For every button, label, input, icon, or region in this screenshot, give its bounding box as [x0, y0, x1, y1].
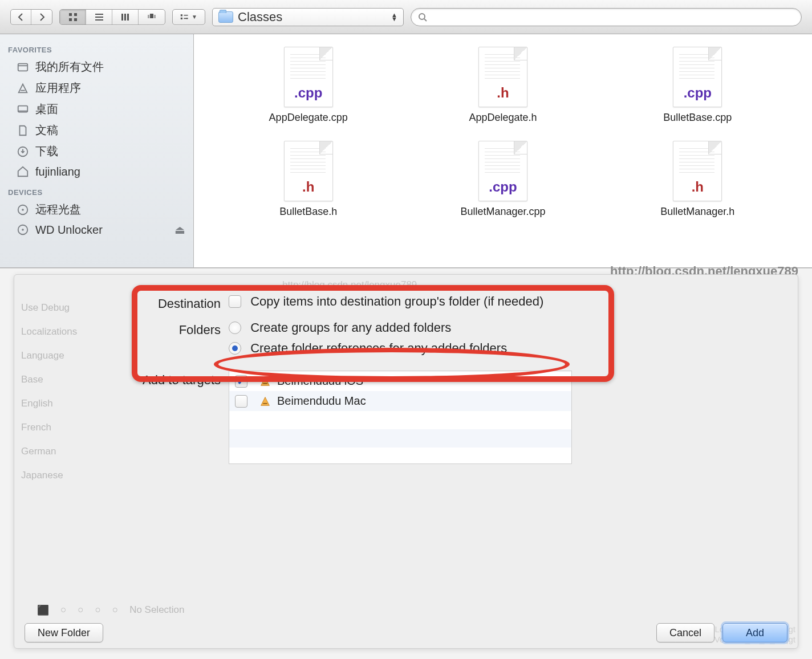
svg-rect-2 [69, 18, 72, 21]
eject-icon[interactable]: ⏏ [174, 223, 185, 237]
sidebar-item-downloads[interactable]: 下载 [0, 141, 193, 162]
search-field[interactable] [411, 8, 802, 26]
svg-point-17 [22, 209, 24, 211]
xcode-icon [259, 395, 271, 408]
ghost-toolbar: ⬛○○○○ No Selection [37, 604, 185, 616]
sidebar-section-favorites: FAVORITES [0, 39, 193, 56]
options: Destination Copy items into destination … [128, 294, 775, 473]
file-item[interactable]: .cpp BulletBase.cpp [663, 47, 732, 124]
sidebar-item-remotedisc[interactable]: 远程光盘 [0, 199, 193, 220]
disc-icon [16, 203, 30, 217]
file-icon: .cpp [284, 47, 333, 107]
svg-rect-7 [150, 14, 153, 18]
svg-rect-11 [181, 17, 182, 19]
view-icon-button[interactable] [60, 10, 86, 25]
documents-icon [16, 124, 30, 137]
file-ext-badge: .h [285, 179, 332, 195]
add-button[interactable]: Add [722, 623, 787, 642]
file-icon: .h [478, 47, 527, 107]
file-ext-badge: .cpp [673, 85, 721, 101]
file-item[interactable]: .h BulletManager.h [660, 141, 734, 218]
forward-button[interactable] [31, 10, 52, 25]
file-name: BulletManager.h [660, 206, 734, 218]
apps-icon [16, 82, 30, 95]
toolbar: ▼ Classes ▲▼ [0, 0, 812, 34]
file-ext-badge: .h [673, 179, 721, 195]
svg-point-19 [22, 229, 24, 231]
view-coverflow-button[interactable] [139, 10, 165, 25]
target-checkbox[interactable] [235, 375, 247, 388]
file-ext-badge: .cpp [479, 179, 527, 195]
svg-rect-4 [121, 14, 123, 21]
path-label: Classes [238, 10, 282, 25]
sidebar-item-label: 文稿 [35, 123, 58, 138]
nav-back-forward [10, 9, 52, 25]
sidebar-item-label: fujinliang [35, 165, 80, 178]
cancel-button[interactable]: Cancel [656, 623, 714, 642]
svg-rect-5 [124, 14, 126, 21]
destination-label: Destination [128, 294, 229, 311]
new-folder-button[interactable]: New Folder [25, 623, 103, 642]
file-name: BulletManager.cpp [460, 206, 545, 218]
file-item[interactable]: .cpp BulletManager.cpp [460, 141, 545, 218]
file-item[interactable]: .h AppDelegate.h [469, 47, 537, 124]
arrange-button[interactable]: ▼ [173, 10, 205, 25]
svg-point-12 [419, 14, 425, 19]
sidebar-item-documents[interactable]: 文稿 [0, 120, 193, 141]
folders-label: Folders [128, 320, 229, 337]
sidebar-item-apps[interactable]: 应用程序 [0, 78, 193, 99]
target-row[interactable]: Beimendudu iOS [229, 371, 571, 391]
view-list-button[interactable] [86, 10, 112, 25]
file-ext-badge: .cpp [285, 85, 332, 101]
sidebar-item-desktop[interactable]: 桌面 [0, 99, 193, 120]
sidebar-item-label: 桌面 [35, 101, 58, 117]
button-bar: New Folder Cancel Add [25, 623, 787, 642]
targets-list: Beimendudu iOS Beimendudu Mac [229, 371, 572, 464]
radio-create-refs[interactable] [229, 342, 241, 355]
view-mode-group [59, 9, 165, 25]
file-name: AppDelegate.cpp [269, 112, 348, 124]
home-icon [16, 165, 30, 178]
updown-icon: ▲▼ [391, 13, 397, 21]
sidebar-item-label: 远程光盘 [35, 202, 81, 217]
file-item[interactable]: .h BulletBase.h [279, 141, 337, 218]
sidebar-item-home[interactable]: fujinliang [0, 162, 193, 181]
targets-label: Add to targets [128, 371, 229, 388]
file-ext-badge: .h [479, 85, 527, 101]
sidebar: FAVORITES 我的所有文件 应用程序 桌面 文稿 下载 fujinlian… [0, 34, 194, 267]
sidebar-item-wdunlocker[interactable]: WD Unlocker ⏏ [0, 220, 193, 239]
copy-items-label: Copy items into destination group's fold… [250, 294, 543, 308]
copy-items-checkbox[interactable] [229, 295, 241, 308]
arrange-group: ▼ [172, 9, 205, 25]
view-columns-button[interactable] [112, 10, 139, 25]
file-icon: .cpp [673, 47, 722, 107]
ghost-background: Use DebugLocalizationsLanguageBaseEnglis… [21, 302, 77, 481]
target-checkbox[interactable] [235, 395, 247, 408]
search-input[interactable] [432, 12, 794, 22]
file-icon: .h [673, 141, 722, 201]
all-files-icon [16, 60, 30, 74]
file-name: AppDelegate.h [469, 112, 537, 124]
svg-rect-9 [154, 15, 156, 18]
file-grid: .cpp AppDelegate.cpp .h AppDelegate.h .c… [194, 34, 812, 267]
xcode-icon [259, 375, 271, 388]
target-name: Beimendudu Mac [277, 394, 366, 408]
sidebar-item-label: 应用程序 [35, 80, 81, 96]
svg-rect-3 [74, 18, 77, 21]
sheet-panel: http://blog.csdn.net/lengxue789 Use Debu… [14, 274, 798, 649]
radio-create-groups[interactable] [229, 322, 241, 334]
sidebar-item-label: WD Unlocker [35, 223, 103, 237]
file-icon: .cpp [478, 141, 527, 201]
create-refs-label: Create folder references for any added f… [250, 341, 507, 355]
file-item[interactable]: .cpp AppDelegate.cpp [269, 47, 348, 124]
back-button[interactable] [11, 10, 31, 25]
svg-rect-8 [148, 15, 149, 18]
svg-rect-6 [127, 14, 129, 21]
watermark-faint: http://blog.csdn.net/lengxue789 [282, 279, 417, 291]
path-dropdown[interactable]: Classes ▲▼ [212, 8, 404, 26]
search-icon [418, 13, 427, 22]
sidebar-item-label: 下载 [35, 144, 58, 159]
target-row[interactable]: Beimendudu Mac [229, 391, 571, 411]
svg-rect-1 [74, 13, 77, 16]
sidebar-item-allfiles[interactable]: 我的所有文件 [0, 56, 193, 78]
